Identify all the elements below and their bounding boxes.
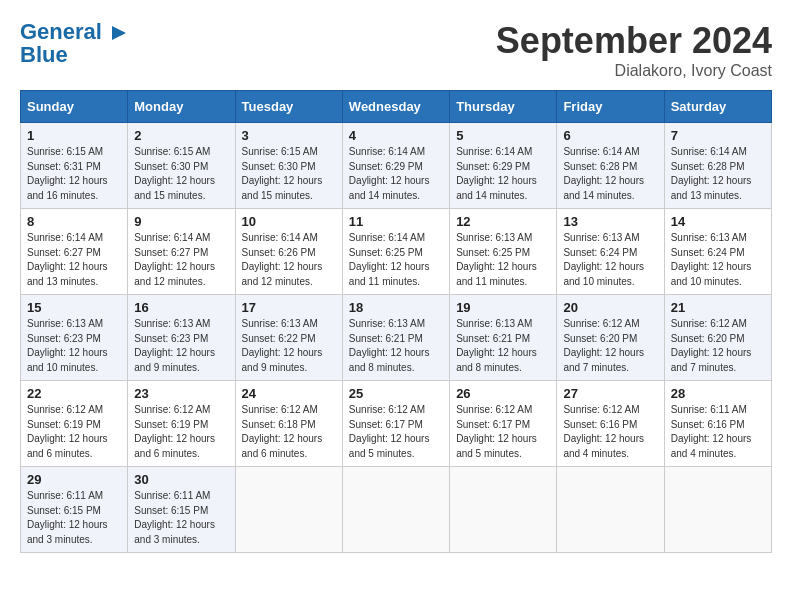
- day-cell: 18 Sunrise: 6:13 AM Sunset: 6:21 PM Dayl…: [342, 295, 449, 381]
- day-number: 5: [456, 128, 550, 143]
- day-detail: Sunrise: 6:12 AM Sunset: 6:19 PM Dayligh…: [27, 403, 121, 461]
- day-detail: Sunrise: 6:14 AM Sunset: 6:25 PM Dayligh…: [349, 231, 443, 289]
- calendar-table: SundayMondayTuesdayWednesdayThursdayFrid…: [20, 90, 772, 553]
- day-number: 6: [563, 128, 657, 143]
- day-cell: 21 Sunrise: 6:12 AM Sunset: 6:20 PM Dayl…: [664, 295, 771, 381]
- day-cell: 7 Sunrise: 6:14 AM Sunset: 6:28 PM Dayli…: [664, 123, 771, 209]
- logo: General Blue: [20, 20, 128, 68]
- day-detail: Sunrise: 6:14 AM Sunset: 6:27 PM Dayligh…: [134, 231, 228, 289]
- day-detail: Sunrise: 6:12 AM Sunset: 6:20 PM Dayligh…: [671, 317, 765, 375]
- day-cell: 19 Sunrise: 6:13 AM Sunset: 6:21 PM Dayl…: [450, 295, 557, 381]
- logo-blue: Blue: [20, 42, 68, 68]
- day-detail: Sunrise: 6:12 AM Sunset: 6:19 PM Dayligh…: [134, 403, 228, 461]
- day-cell: 17 Sunrise: 6:13 AM Sunset: 6:22 PM Dayl…: [235, 295, 342, 381]
- day-number: 17: [242, 300, 336, 315]
- day-detail: Sunrise: 6:15 AM Sunset: 6:30 PM Dayligh…: [134, 145, 228, 203]
- day-detail: Sunrise: 6:11 AM Sunset: 6:16 PM Dayligh…: [671, 403, 765, 461]
- day-detail: Sunrise: 6:15 AM Sunset: 6:31 PM Dayligh…: [27, 145, 121, 203]
- day-cell: 24 Sunrise: 6:12 AM Sunset: 6:18 PM Dayl…: [235, 381, 342, 467]
- week-row-1: 1 Sunrise: 6:15 AM Sunset: 6:31 PM Dayli…: [21, 123, 772, 209]
- header-cell-saturday: Saturday: [664, 91, 771, 123]
- day-detail: Sunrise: 6:12 AM Sunset: 6:16 PM Dayligh…: [563, 403, 657, 461]
- day-cell: 26 Sunrise: 6:12 AM Sunset: 6:17 PM Dayl…: [450, 381, 557, 467]
- day-detail: Sunrise: 6:13 AM Sunset: 6:24 PM Dayligh…: [563, 231, 657, 289]
- day-detail: Sunrise: 6:11 AM Sunset: 6:15 PM Dayligh…: [27, 489, 121, 547]
- day-detail: Sunrise: 6:14 AM Sunset: 6:27 PM Dayligh…: [27, 231, 121, 289]
- day-number: 27: [563, 386, 657, 401]
- day-number: 13: [563, 214, 657, 229]
- day-cell: [235, 467, 342, 553]
- week-row-3: 15 Sunrise: 6:13 AM Sunset: 6:23 PM Dayl…: [21, 295, 772, 381]
- day-cell: 13 Sunrise: 6:13 AM Sunset: 6:24 PM Dayl…: [557, 209, 664, 295]
- day-detail: Sunrise: 6:14 AM Sunset: 6:28 PM Dayligh…: [563, 145, 657, 203]
- day-detail: Sunrise: 6:12 AM Sunset: 6:17 PM Dayligh…: [456, 403, 550, 461]
- page-header: General Blue September 2024 Dialakoro, I…: [20, 20, 772, 80]
- title-section: September 2024 Dialakoro, Ivory Coast: [496, 20, 772, 80]
- day-cell: 30 Sunrise: 6:11 AM Sunset: 6:15 PM Dayl…: [128, 467, 235, 553]
- day-number: 24: [242, 386, 336, 401]
- day-number: 2: [134, 128, 228, 143]
- day-number: 22: [27, 386, 121, 401]
- day-number: 23: [134, 386, 228, 401]
- day-number: 9: [134, 214, 228, 229]
- day-number: 19: [456, 300, 550, 315]
- day-detail: Sunrise: 6:14 AM Sunset: 6:28 PM Dayligh…: [671, 145, 765, 203]
- day-cell: [664, 467, 771, 553]
- header-cell-monday: Monday: [128, 91, 235, 123]
- day-cell: 6 Sunrise: 6:14 AM Sunset: 6:28 PM Dayli…: [557, 123, 664, 209]
- day-number: 10: [242, 214, 336, 229]
- day-detail: Sunrise: 6:12 AM Sunset: 6:17 PM Dayligh…: [349, 403, 443, 461]
- day-cell: 2 Sunrise: 6:15 AM Sunset: 6:30 PM Dayli…: [128, 123, 235, 209]
- day-detail: Sunrise: 6:14 AM Sunset: 6:29 PM Dayligh…: [456, 145, 550, 203]
- day-detail: Sunrise: 6:13 AM Sunset: 6:25 PM Dayligh…: [456, 231, 550, 289]
- week-row-4: 22 Sunrise: 6:12 AM Sunset: 6:19 PM Dayl…: [21, 381, 772, 467]
- month-title: September 2024: [496, 20, 772, 62]
- day-number: 18: [349, 300, 443, 315]
- header-cell-wednesday: Wednesday: [342, 91, 449, 123]
- day-cell: 25 Sunrise: 6:12 AM Sunset: 6:17 PM Dayl…: [342, 381, 449, 467]
- day-detail: Sunrise: 6:13 AM Sunset: 6:23 PM Dayligh…: [134, 317, 228, 375]
- day-cell: 27 Sunrise: 6:12 AM Sunset: 6:16 PM Dayl…: [557, 381, 664, 467]
- header-row: SundayMondayTuesdayWednesdayThursdayFrid…: [21, 91, 772, 123]
- day-number: 1: [27, 128, 121, 143]
- day-detail: Sunrise: 6:12 AM Sunset: 6:18 PM Dayligh…: [242, 403, 336, 461]
- calendar-header: SundayMondayTuesdayWednesdayThursdayFrid…: [21, 91, 772, 123]
- day-cell: 4 Sunrise: 6:14 AM Sunset: 6:29 PM Dayli…: [342, 123, 449, 209]
- logo-text: General: [20, 20, 128, 44]
- day-cell: 23 Sunrise: 6:12 AM Sunset: 6:19 PM Dayl…: [128, 381, 235, 467]
- day-detail: Sunrise: 6:14 AM Sunset: 6:26 PM Dayligh…: [242, 231, 336, 289]
- header-cell-sunday: Sunday: [21, 91, 128, 123]
- calendar-body: 1 Sunrise: 6:15 AM Sunset: 6:31 PM Dayli…: [21, 123, 772, 553]
- day-detail: Sunrise: 6:13 AM Sunset: 6:21 PM Dayligh…: [349, 317, 443, 375]
- day-number: 28: [671, 386, 765, 401]
- day-cell: 11 Sunrise: 6:14 AM Sunset: 6:25 PM Dayl…: [342, 209, 449, 295]
- day-number: 16: [134, 300, 228, 315]
- day-number: 14: [671, 214, 765, 229]
- day-detail: Sunrise: 6:13 AM Sunset: 6:22 PM Dayligh…: [242, 317, 336, 375]
- day-number: 30: [134, 472, 228, 487]
- day-number: 20: [563, 300, 657, 315]
- day-cell: 1 Sunrise: 6:15 AM Sunset: 6:31 PM Dayli…: [21, 123, 128, 209]
- header-cell-friday: Friday: [557, 91, 664, 123]
- day-number: 11: [349, 214, 443, 229]
- day-number: 8: [27, 214, 121, 229]
- day-cell: 12 Sunrise: 6:13 AM Sunset: 6:25 PM Dayl…: [450, 209, 557, 295]
- svg-marker-0: [112, 26, 126, 40]
- day-cell: 9 Sunrise: 6:14 AM Sunset: 6:27 PM Dayli…: [128, 209, 235, 295]
- day-number: 4: [349, 128, 443, 143]
- day-detail: Sunrise: 6:13 AM Sunset: 6:21 PM Dayligh…: [456, 317, 550, 375]
- day-number: 12: [456, 214, 550, 229]
- header-cell-thursday: Thursday: [450, 91, 557, 123]
- day-number: 3: [242, 128, 336, 143]
- day-detail: Sunrise: 6:13 AM Sunset: 6:23 PM Dayligh…: [27, 317, 121, 375]
- day-detail: Sunrise: 6:11 AM Sunset: 6:15 PM Dayligh…: [134, 489, 228, 547]
- day-cell: 20 Sunrise: 6:12 AM Sunset: 6:20 PM Dayl…: [557, 295, 664, 381]
- day-number: 7: [671, 128, 765, 143]
- day-cell: 29 Sunrise: 6:11 AM Sunset: 6:15 PM Dayl…: [21, 467, 128, 553]
- week-row-2: 8 Sunrise: 6:14 AM Sunset: 6:27 PM Dayli…: [21, 209, 772, 295]
- day-cell: 28 Sunrise: 6:11 AM Sunset: 6:16 PM Dayl…: [664, 381, 771, 467]
- day-cell: 15 Sunrise: 6:13 AM Sunset: 6:23 PM Dayl…: [21, 295, 128, 381]
- day-detail: Sunrise: 6:12 AM Sunset: 6:20 PM Dayligh…: [563, 317, 657, 375]
- day-cell: [450, 467, 557, 553]
- day-number: 25: [349, 386, 443, 401]
